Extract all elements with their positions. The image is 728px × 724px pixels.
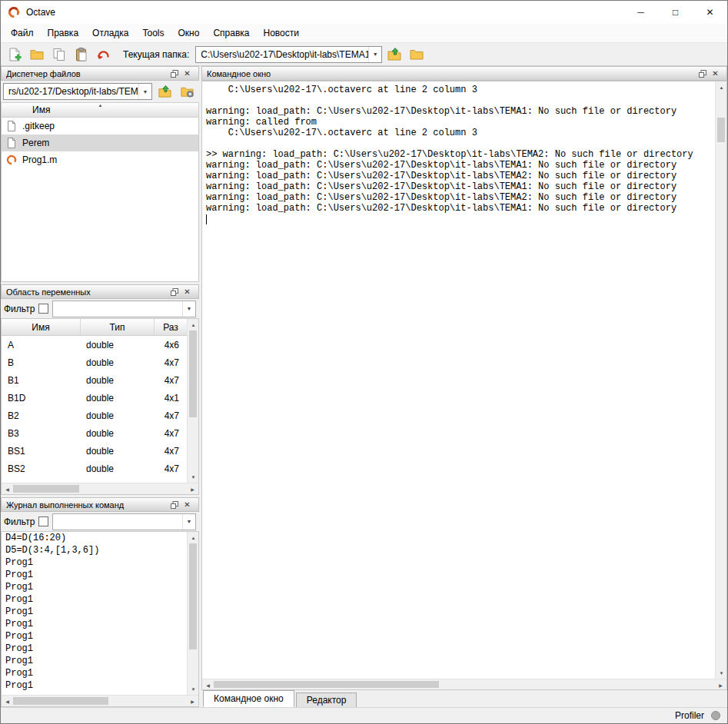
scroll-right-icon[interactable]: ▶ xyxy=(715,679,726,690)
folder-up-button[interactable] xyxy=(155,82,175,101)
chevron-down-icon[interactable]: ▼ xyxy=(368,47,381,62)
table-row[interactable]: BS2 double 4x7 xyxy=(2,460,187,477)
column-header-type[interactable]: Тип xyxy=(81,319,155,335)
horizontal-scrollbar[interactable]: ◀ ▶ xyxy=(2,695,198,706)
scroll-down-icon[interactable]: ▼ xyxy=(716,667,727,679)
history-item[interactable]: Prog1 xyxy=(2,593,187,606)
scrollbar-track[interactable] xyxy=(13,696,187,706)
history-item[interactable]: D5=D(3:4,[1,3,6]) xyxy=(2,544,187,556)
table-row[interactable]: B2 double 4x7 xyxy=(2,407,187,424)
file-browser-path-combobox[interactable]: rs/u202-17/Desktop/it-labs/TEMA1 ▼ xyxy=(3,83,152,100)
scrollbar-thumb[interactable] xyxy=(214,681,439,688)
scroll-left-icon[interactable]: ◀ xyxy=(2,696,13,707)
file-item-perem[interactable]: Perem xyxy=(2,135,198,151)
history-item[interactable]: Prog1 xyxy=(2,618,187,630)
chevron-down-icon[interactable]: ▼ xyxy=(182,514,195,530)
open-file-button[interactable] xyxy=(26,44,47,65)
scroll-down-icon[interactable]: ▼ xyxy=(188,471,199,483)
file-browser-name-header[interactable]: Имя ▲ xyxy=(1,102,199,118)
vertical-scrollbar[interactable]: ▲ ▼ xyxy=(187,532,198,695)
maximize-button[interactable]: □ xyxy=(658,1,693,24)
scrollbar-track[interactable] xyxy=(214,679,715,689)
close-panel-icon[interactable]: ✕ xyxy=(181,286,194,298)
close-panel-icon[interactable]: ✕ xyxy=(181,499,194,511)
command-history-titlebar[interactable]: Журнал выполненных команд ✕ xyxy=(1,497,199,512)
undock-icon[interactable] xyxy=(696,68,709,80)
new-script-button[interactable] xyxy=(4,44,25,65)
chevron-down-icon[interactable]: ▼ xyxy=(138,84,151,99)
column-header-name[interactable]: Имя xyxy=(2,319,81,335)
scrollbar-track[interactable] xyxy=(188,543,198,683)
filter-checkbox[interactable] xyxy=(38,304,48,314)
undo-button[interactable] xyxy=(93,44,114,65)
scroll-right-icon[interactable]: ▶ xyxy=(187,696,198,707)
filter-combobox[interactable]: ▼ xyxy=(52,301,196,317)
history-item[interactable]: Prog1 xyxy=(2,655,187,667)
undock-icon[interactable] xyxy=(168,499,181,511)
menu-debug[interactable]: Отладка xyxy=(85,24,135,42)
history-item[interactable]: Prog1 xyxy=(2,667,187,679)
vertical-scrollbar[interactable]: ▲ ▼ xyxy=(187,319,198,483)
history-item[interactable]: D4=D(16:20) xyxy=(2,532,187,544)
menu-edit[interactable]: Правка xyxy=(41,24,86,42)
scrollbar-track[interactable] xyxy=(13,483,187,494)
menu-file[interactable]: Файл xyxy=(4,24,41,42)
current-folder-combobox[interactable]: C:\Users\u202-17\Desktop\it-labs\TEMA1 ▼ xyxy=(195,46,382,63)
scroll-left-icon[interactable]: ◀ xyxy=(202,679,214,690)
horizontal-scrollbar[interactable]: ◀ ▶ xyxy=(2,483,198,494)
scroll-down-icon[interactable]: ▼ xyxy=(188,683,199,695)
close-panel-icon[interactable]: ✕ xyxy=(709,68,722,80)
menu-window[interactable]: Окно xyxy=(171,24,207,42)
scrollbar-track[interactable] xyxy=(716,93,726,667)
history-item[interactable]: Prog1 xyxy=(2,679,187,692)
close-panel-icon[interactable]: ✕ xyxy=(181,68,194,80)
scrollbar-thumb[interactable] xyxy=(189,330,197,417)
scroll-right-icon[interactable]: ▶ xyxy=(187,483,198,495)
command-window-titlebar[interactable]: Командное окно ✕ xyxy=(201,66,727,81)
scroll-up-icon[interactable]: ▲ xyxy=(188,319,199,330)
history-item[interactable]: Prog1 xyxy=(2,606,187,618)
table-row[interactable]: A double 4x6 xyxy=(2,336,187,354)
chevron-down-icon[interactable]: ▼ xyxy=(182,301,195,317)
horizontal-scrollbar[interactable]: ◀ ▶ xyxy=(202,679,726,689)
vertical-scrollbar[interactable]: ▲ ▼ xyxy=(715,81,726,679)
scrollbar-thumb[interactable] xyxy=(13,697,108,705)
undock-icon[interactable] xyxy=(168,68,181,80)
scroll-left-icon[interactable]: ◀ xyxy=(2,483,13,495)
tab-editor[interactable]: Редактор xyxy=(296,692,357,707)
history-item[interactable]: Prog1 xyxy=(2,643,187,655)
table-row[interactable]: B double 4x7 xyxy=(2,354,187,371)
workspace-titlebar[interactable]: Область переменных ✕ xyxy=(1,284,199,299)
file-item-prog1[interactable]: Prog1.m xyxy=(2,151,198,168)
paste-button[interactable] xyxy=(71,44,91,65)
filter-combobox[interactable]: ▼ xyxy=(52,513,196,530)
history-item[interactable]: Prog1 xyxy=(2,630,187,643)
history-item[interactable]: Prog1 xyxy=(2,556,187,569)
filter-checkbox[interactable] xyxy=(38,516,48,526)
menu-news[interactable]: Новости xyxy=(256,24,305,42)
file-item-gitkeep[interactable]: .gitkeep xyxy=(2,118,198,135)
minimize-button[interactable]: ─ xyxy=(623,1,658,24)
browse-folder-button[interactable] xyxy=(406,44,427,65)
table-row[interactable]: BS1 double 4x7 xyxy=(2,442,187,460)
scrollbar-thumb[interactable] xyxy=(189,543,197,649)
scrollbar-thumb[interactable] xyxy=(717,118,725,142)
file-browser-titlebar[interactable]: Диспетчер файлов ✕ xyxy=(1,66,199,81)
scrollbar-thumb[interactable] xyxy=(13,485,79,493)
folder-up-button[interactable] xyxy=(384,44,404,65)
scroll-up-icon[interactable]: ▲ xyxy=(188,532,199,543)
undock-icon[interactable] xyxy=(168,286,181,298)
close-button[interactable]: ✕ xyxy=(693,1,727,24)
menu-help[interactable]: Справка xyxy=(206,24,256,42)
column-header-size[interactable]: Раз xyxy=(155,319,187,335)
tab-command-window[interactable]: Командное окно xyxy=(203,690,294,707)
profiler-toggle[interactable] xyxy=(711,711,720,720)
folder-actions-button[interactable] xyxy=(177,82,197,101)
copy-button[interactable] xyxy=(48,44,69,65)
scroll-up-icon[interactable]: ▲ xyxy=(716,81,727,93)
history-item[interactable]: Prog1 xyxy=(2,581,187,593)
history-item[interactable]: Prog1 xyxy=(2,569,187,581)
menu-tools[interactable]: Tools xyxy=(136,24,171,42)
table-row[interactable]: B1 double 4x7 xyxy=(2,371,187,389)
table-row[interactable]: B1D double 4x1 xyxy=(2,389,187,407)
